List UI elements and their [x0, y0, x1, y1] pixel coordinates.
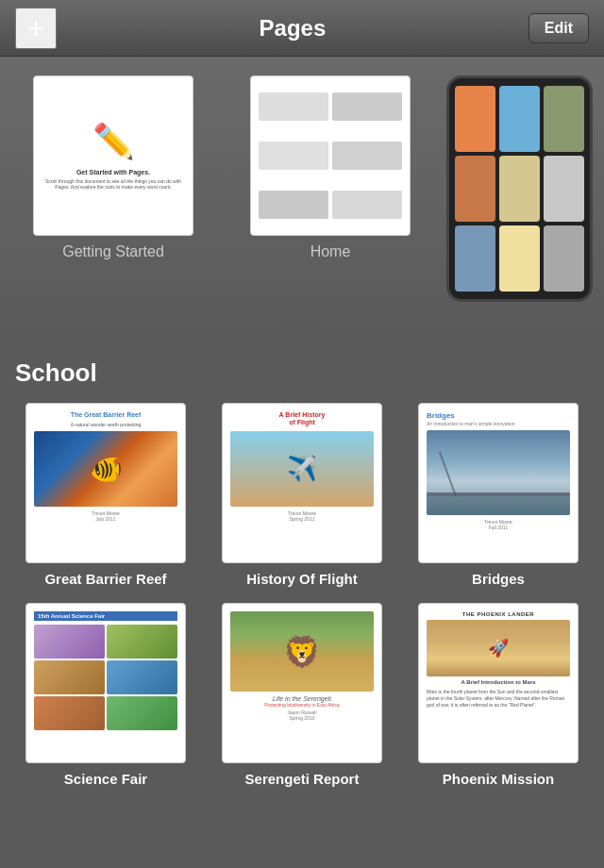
- phoenix-mission-thumb: THE PHOENIX LANDER 🚀 A Brief Introductio…: [418, 603, 579, 763]
- doc-item-serengeti-report[interactable]: 🦁 Life in the Serengeti Protecting biodi…: [211, 603, 393, 788]
- bridges-thumb: Bridges An introduction to man's simple …: [418, 403, 579, 563]
- device-cell-3: [544, 86, 584, 152]
- phoenix-mission-label: Phoenix Mission: [443, 771, 554, 788]
- great-barrier-reef-thumb: The Great Barrier Reef A natural wonder …: [25, 403, 186, 563]
- carousel-arrow-down: [283, 319, 321, 340]
- device-cell-4: [455, 156, 495, 222]
- carousel-item-home[interactable]: Home: [226, 75, 434, 260]
- device-frame: [446, 75, 593, 302]
- device-cell-6: [544, 156, 584, 222]
- device-cell-7: [455, 225, 495, 292]
- science-fair-label: Science Fair: [64, 771, 147, 788]
- doc-item-bridges[interactable]: Bridges An introduction to man's simple …: [408, 403, 589, 588]
- phoenix-mission-image: 🚀: [427, 620, 570, 676]
- device-cell-8: [499, 225, 540, 292]
- docs-grid: The Great Barrier Reef A natural wonder …: [15, 403, 589, 788]
- doc-item-science-fair[interactable]: 15th Annual Science Fair Science Fair: [15, 603, 196, 788]
- school-section: School The Great Barrier Reef A natural …: [0, 340, 604, 807]
- school-section-title: School: [15, 359, 589, 388]
- history-of-flight-label: History Of Flight: [246, 571, 358, 588]
- getting-started-thumb: ✏️ Get Started with Pages. Scroll throug…: [33, 75, 193, 236]
- doc-item-phoenix-mission[interactable]: THE PHOENIX LANDER 🚀 A Brief Introductio…: [408, 603, 589, 788]
- science-fair-thumb: 15th Annual Science Fair: [25, 603, 186, 763]
- serengeti-report-thumb: 🦁 Life in the Serengeti Protecting biodi…: [222, 603, 382, 763]
- app-header: + Pages Edit: [0, 0, 604, 57]
- device-cell-9: [544, 225, 584, 292]
- doc-item-great-barrier-reef[interactable]: The Great Barrier Reef A natural wonder …: [15, 403, 196, 588]
- bridges-image: [427, 430, 570, 515]
- getting-started-label: Getting Started: [62, 243, 164, 260]
- carousel-area: ✏️ Get Started with Pages. Scroll throug…: [0, 57, 604, 340]
- device-cell-5: [499, 156, 540, 222]
- device-frame-container[interactable]: [444, 75, 595, 302]
- bridges-label: Bridges: [472, 571, 525, 588]
- device-cell-1: [455, 86, 495, 152]
- great-barrier-reef-label: Great Barrier Reef: [44, 571, 166, 588]
- home-thumb: [250, 75, 411, 236]
- gbr-image: 🐠: [34, 431, 177, 507]
- device-cell-2: [499, 86, 540, 152]
- edit-button[interactable]: Edit: [528, 13, 589, 43]
- history-of-flight-thumb: A Brief Historyof Flight ✈️ Trevor Moore…: [222, 403, 382, 563]
- serengeti-image: 🦁: [230, 611, 374, 692]
- home-label: Home: [310, 243, 351, 260]
- add-button[interactable]: +: [15, 8, 57, 49]
- app-title: Pages: [260, 15, 327, 42]
- doc-item-history-of-flight[interactable]: A Brief Historyof Flight ✈️ Trevor Moore…: [211, 403, 393, 588]
- hof-image: ✈️: [230, 431, 374, 507]
- carousel-item-getting-started[interactable]: ✏️ Get Started with Pages. Scroll throug…: [9, 75, 217, 260]
- serengeti-report-label: Serengeti Report: [245, 771, 360, 788]
- pen-icon: ✏️: [92, 122, 135, 161]
